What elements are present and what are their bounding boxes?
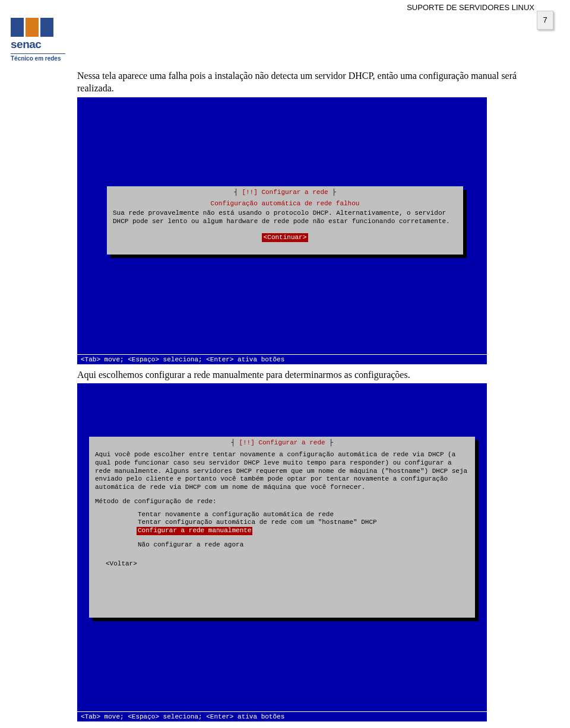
senac-logo: senac Técnico em redes [11,18,64,62]
menu-option-retry-auto[interactable]: Tentar novamente a configuração automáti… [137,511,469,519]
menu-option-retry-hostname[interactable]: Tentar configuração automática de rede c… [137,519,469,527]
paragraph-1: Nessa tela aparece uma falha pois a inst… [77,70,546,95]
back-button[interactable]: <Voltar> [106,560,469,568]
brand-subtitle: Técnico em redes [11,55,64,62]
dialog-body: Aqui você pode escolher entre tentar nov… [95,451,469,492]
dialog-title: [!!] Configurar a rede [242,189,328,196]
logo-bars-icon [11,18,64,37]
menu-option-manual-selected[interactable]: Configurar a rede manualmente [137,527,252,535]
dialog-network-failed: ┤ [!!] Configurar a rede ├ Configuração … [107,186,463,255]
dialog-network-method: ┤ [!!] Configurar a rede ├ Aqui você pod… [89,437,475,618]
status-bar: <Tab> move; <Espaço> seleciona; <Enter> … [77,711,487,721]
dialog-body: Sua rede provavelmente não está usando o… [113,209,457,226]
installer-screenshot-1: ┤ [!!] Configurar a rede ├ Configuração … [77,97,487,364]
installer-screenshot-2: ┤ [!!] Configurar a rede ├ Aqui você pod… [77,383,487,721]
menu-list: Tentar novamente a configuração automáti… [137,511,469,549]
dialog-title: [!!] Configurar a rede [239,439,325,446]
brand-name: senac [11,38,64,51]
dialog-subtitle: Configuração automática de rede falhou [113,200,457,208]
logo-divider [11,53,65,54]
status-bar: <Tab> move; <Espaço> seleciona; <Enter> … [77,354,487,364]
page-header: SUPORTE DE SERVIDORES LINUX 7 senac Técn… [0,0,570,65]
menu-option-no-config[interactable]: Não configurar a rede agora [137,541,469,549]
paragraph-2: Aqui escolhemos configurar a rede manual… [77,369,546,382]
continue-button[interactable]: <Continuar> [262,233,309,243]
dialog-prompt: Método de configuração de rede: [95,498,469,506]
page-number: 7 [537,11,553,30]
doc-title: SUPORTE DE SERVIDORES LINUX [407,3,534,12]
